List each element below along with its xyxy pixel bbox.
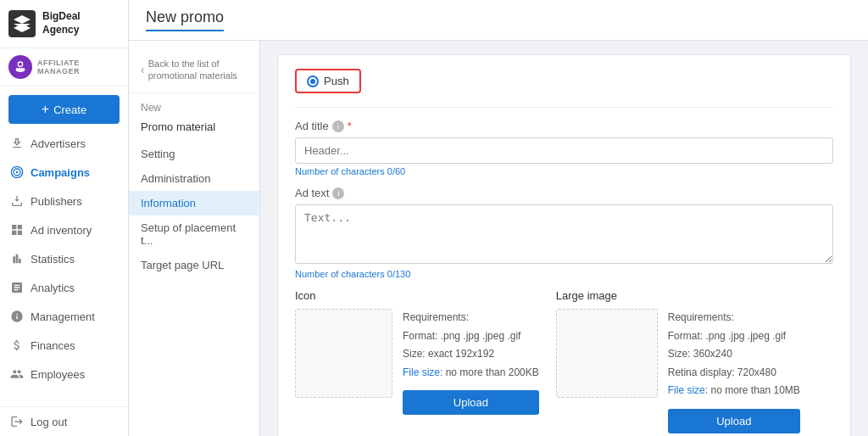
analytics-icon	[10, 281, 24, 294]
push-card: Push Ad title i * Number of characters 0…	[277, 54, 851, 436]
target-icon	[10, 165, 24, 179]
large-image-requirements: Requirements: Format: .png .jpg .jpeg .g…	[668, 309, 800, 400]
logout-icon	[10, 415, 24, 428]
push-label: Push	[324, 75, 349, 87]
sub-sidebar-header: New	[129, 98, 259, 120]
icon-format: Format: .png .jpg .jpeg .gif	[403, 327, 539, 346]
back-link[interactable]: ‹ Back to the list of promotional materi…	[129, 51, 259, 93]
icon-size: Size: exact 192x192	[403, 345, 539, 364]
ad-text-section: Ad text i Number of characters 0/130	[295, 187, 833, 279]
ad-title-label: Ad title i *	[295, 120, 833, 132]
icon-upload-inner: Requirements: Format: .png .jpg .jpeg .g…	[295, 309, 539, 415]
sub-nav-administration[interactable]: Administration	[129, 166, 259, 191]
upload-section: Icon Requirements: Format: .png .jpg .jp…	[295, 289, 833, 433]
sidebar-item-advertisers-label: Advertisers	[31, 137, 86, 150]
grid-icon	[10, 223, 24, 237]
sidebar-item-finances[interactable]: Finances	[0, 331, 128, 360]
sidebar-item-publishers-label: Publishers	[31, 195, 82, 208]
ad-text-info-icon: i	[332, 187, 344, 199]
icon-upload-col: Icon Requirements: Format: .png .jpg .jp…	[295, 289, 539, 433]
large-image-upload-button[interactable]: Upload	[668, 409, 800, 433]
sidebar-item-statistics[interactable]: Statistics	[0, 244, 128, 273]
logo-area: BigDeal Agency	[0, 0, 128, 48]
sidebar-item-employees-label: Employees	[31, 368, 85, 381]
ad-text-label: Ad text i	[295, 187, 833, 199]
sub-nav-setting[interactable]: Setting	[129, 142, 259, 166]
form-area: Push Ad title i * Number of characters 0…	[260, 41, 868, 436]
icon-file-size: File size: no more than 200KB	[403, 364, 539, 383]
push-selector[interactable]: Push	[295, 69, 361, 93]
ad-text-char-count: Number of characters 0/130	[295, 269, 833, 279]
people-icon	[10, 367, 24, 381]
main-content: New promo ‹ Back to the list of promotio…	[129, 0, 868, 436]
sidebar-item-management-label: Management	[31, 310, 95, 323]
chevron-left-icon: ‹	[141, 63, 145, 76]
large-image-retina: Retina display: 720x480	[668, 364, 800, 383]
sidebar-item-publishers[interactable]: Publishers	[0, 187, 128, 215]
sidebar-item-campaigns[interactable]: Campaigns	[0, 158, 128, 187]
sub-nav-target-url[interactable]: Target page URL	[129, 253, 259, 277]
create-button[interactable]: + Create	[8, 95, 120, 124]
sidebar: BigDeal Agency AFFILIATE MANAGER + Creat…	[0, 0, 129, 436]
sidebar-item-ad-inventory-label: Ad inventory	[31, 224, 92, 237]
sub-sidebar-title: Promo material	[129, 120, 259, 142]
page-title: New promo	[146, 8, 224, 31]
logo-icon	[8, 10, 36, 37]
large-image-upload-label: Large image	[556, 289, 800, 302]
dollar-icon	[10, 338, 24, 352]
icon-upload-button[interactable]: Upload	[403, 390, 539, 415]
sub-sidebar: ‹ Back to the list of promotional materi…	[129, 41, 260, 436]
download-icon	[10, 137, 24, 150]
large-image-placeholder	[556, 309, 658, 398]
ad-title-info-icon: i	[332, 120, 344, 132]
ad-title-char-count: Number of characters 0/60	[295, 166, 833, 176]
sidebar-item-advertisers[interactable]: Advertisers	[0, 129, 128, 158]
upload-icon	[10, 194, 24, 208]
sub-nav-placement[interactable]: Setup of placement t...	[129, 215, 259, 253]
back-link-text: Back to the list of promotional material…	[148, 58, 248, 82]
sidebar-item-employees[interactable]: Employees	[0, 360, 128, 388]
sidebar-item-statistics-label: Statistics	[31, 253, 75, 266]
svg-point-2	[16, 171, 19, 174]
affiliate-label: AFFILIATE MANAGER	[37, 59, 120, 75]
required-indicator: *	[348, 120, 352, 132]
logout-button[interactable]: Log out	[0, 407, 128, 436]
logo-text: BigDeal Agency	[42, 10, 81, 36]
sidebar-item-finances-label: Finances	[31, 339, 75, 352]
logout-section: Log out	[0, 406, 128, 436]
large-image-upload-col: Large image Requirements: Format: .png .…	[556, 289, 800, 433]
affiliate-badge: AFFILIATE MANAGER	[0, 48, 128, 87]
large-image-file-size: File size: no more than 10MB	[668, 382, 800, 400]
affiliate-icon	[8, 55, 32, 79]
ad-title-input[interactable]	[295, 137, 833, 164]
sidebar-item-analytics[interactable]: Analytics	[0, 273, 128, 302]
sidebar-item-campaigns-label: Campaigns	[31, 166, 90, 179]
management-icon	[10, 310, 24, 323]
content-area: ‹ Back to the list of promotional materi…	[129, 41, 868, 436]
push-radio	[307, 75, 319, 87]
sidebar-item-management[interactable]: Management	[0, 302, 128, 331]
sidebar-item-ad-inventory[interactable]: Ad inventory	[0, 215, 128, 244]
large-image-size: Size: 360x240	[668, 345, 800, 364]
large-image-req-title: Requirements:	[668, 309, 800, 327]
topbar: New promo	[129, 0, 868, 41]
logout-label: Log out	[31, 416, 67, 428]
ad-text-input[interactable]	[295, 204, 833, 264]
icon-req-title: Requirements:	[403, 309, 539, 327]
icon-requirements: Requirements: Format: .png .jpg .jpeg .g…	[403, 309, 539, 382]
sidebar-item-analytics-label: Analytics	[31, 282, 75, 294]
sub-nav-information[interactable]: Information	[129, 191, 259, 215]
icon-upload-label: Icon	[295, 289, 539, 302]
ad-title-section: Ad title i * Number of characters 0/60	[295, 120, 833, 176]
large-image-format: Format: .png .jpg .jpeg .gif	[668, 327, 800, 346]
bar-chart-icon	[10, 252, 24, 266]
icon-placeholder	[295, 309, 392, 398]
large-image-upload-inner: Requirements: Format: .png .jpg .jpeg .g…	[556, 309, 800, 433]
